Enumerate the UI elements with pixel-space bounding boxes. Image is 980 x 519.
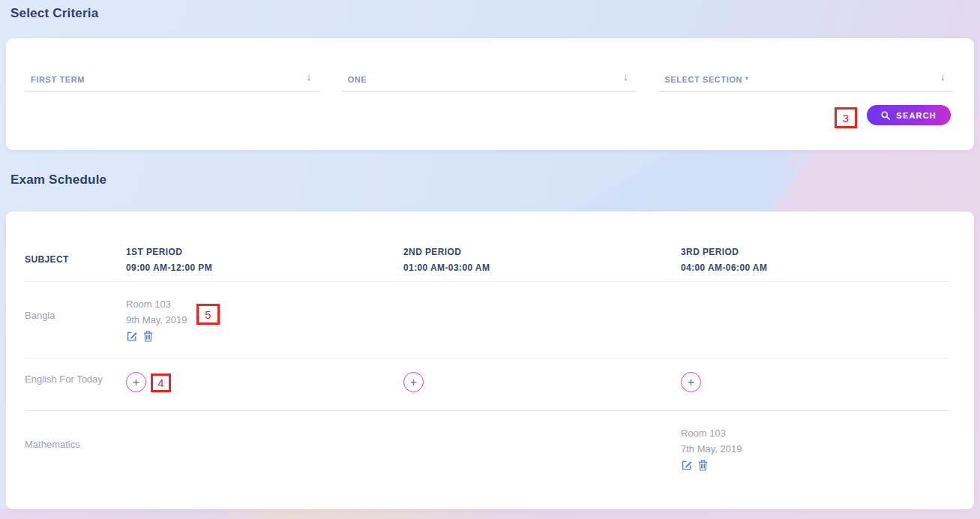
class-select-value: ONE bbox=[348, 75, 367, 84]
annotation-box-3: 3 bbox=[835, 107, 857, 128]
subject-label: English For Today bbox=[25, 358, 126, 410]
criteria-fields-row: FIRST TERM ↓ ONE ↓ SELECT SECTION * ↓ bbox=[25, 72, 953, 92]
subject-label: Mathematics bbox=[25, 411, 126, 509]
date-label: 9th May, 2019 bbox=[126, 312, 403, 328]
section-select[interactable]: SELECT SECTION * ↓ bbox=[658, 72, 953, 92]
period-name: 3RD PERIOD bbox=[681, 244, 949, 260]
exam-entry-cell: Room 103 7th May, 2019 bbox=[681, 411, 949, 509]
chevron-down-icon: ↓ bbox=[306, 70, 312, 82]
criteria-actions: SEARCH bbox=[867, 105, 951, 125]
exam-schedule-card: SUBJECT 1ST PERIOD 09:00 AM-12:00 PM 2ND… bbox=[6, 212, 974, 509]
room-label: Room 103 bbox=[126, 296, 403, 312]
section-select-placeholder: SELECT SECTION * bbox=[664, 75, 748, 84]
entry-actions bbox=[681, 459, 949, 471]
add-exam-button[interactable]: + bbox=[126, 372, 146, 392]
period-time: 01:00 AM-03:00 AM bbox=[403, 260, 681, 276]
background-bottom-strip bbox=[0, 508, 980, 519]
subject-label: Bangla bbox=[25, 282, 126, 358]
table-row-mathematics: Mathematics Room 103 7th May, 2019 bbox=[25, 410, 949, 509]
class-select[interactable]: ONE ↓ bbox=[342, 72, 637, 92]
empty-cell bbox=[126, 411, 403, 509]
chevron-down-icon: ↓ bbox=[940, 70, 946, 82]
period-3-column-header: 3RD PERIOD 04:00 AM-06:00 AM bbox=[681, 212, 949, 281]
period-time: 04:00 AM-06:00 AM bbox=[681, 260, 949, 276]
entry-actions bbox=[126, 330, 403, 342]
term-select-value: FIRST TERM bbox=[31, 75, 85, 84]
add-exam-cell: + bbox=[681, 358, 949, 410]
empty-cell bbox=[403, 411, 681, 509]
page-background: Select Criteria FIRST TERM ↓ ONE ↓ SELEC… bbox=[0, 0, 980, 519]
table-row-bangla: Bangla Room 103 9th May, 2019 bbox=[25, 281, 949, 358]
delete-icon[interactable] bbox=[143, 331, 153, 342]
empty-cell bbox=[403, 282, 681, 358]
annotation-box-4: 4 bbox=[151, 374, 171, 392]
period-name: 2ND PERIOD bbox=[403, 244, 681, 260]
add-exam-button[interactable]: + bbox=[403, 372, 424, 392]
search-button-label: SEARCH bbox=[896, 111, 937, 120]
exam-entry-cell: Room 103 9th May, 2019 bbox=[126, 282, 403, 358]
chevron-down-icon: ↓ bbox=[623, 70, 629, 82]
edit-icon[interactable] bbox=[681, 459, 693, 471]
add-exam-cell: + bbox=[403, 358, 681, 410]
room-label: Room 103 bbox=[681, 425, 949, 441]
subject-column-header: SUBJECT bbox=[25, 212, 126, 281]
exam-schedule-table: SUBJECT 1ST PERIOD 09:00 AM-12:00 PM 2ND… bbox=[25, 212, 949, 509]
exam-schedule-title: Exam Schedule bbox=[10, 172, 106, 188]
delete-icon[interactable] bbox=[698, 460, 708, 471]
term-select[interactable]: FIRST TERM ↓ bbox=[25, 72, 319, 92]
edit-icon[interactable] bbox=[126, 330, 138, 342]
date-label: 7th May, 2019 bbox=[681, 441, 949, 457]
period-name: 1ST PERIOD bbox=[126, 244, 403, 260]
empty-cell bbox=[681, 282, 949, 358]
period-1-column-header: 1ST PERIOD 09:00 AM-12:00 PM bbox=[126, 212, 403, 281]
select-criteria-card: FIRST TERM ↓ ONE ↓ SELECT SECTION * ↓ bbox=[6, 38, 974, 150]
search-button[interactable]: SEARCH bbox=[867, 105, 951, 125]
select-criteria-title: Select Criteria bbox=[10, 6, 98, 21]
period-time: 09:00 AM-12:00 PM bbox=[126, 260, 403, 276]
annotation-box-5: 5 bbox=[196, 304, 220, 325]
add-exam-button[interactable]: + bbox=[681, 372, 701, 392]
period-2-column-header: 2ND PERIOD 01:00 AM-03:00 AM bbox=[403, 212, 681, 281]
search-icon bbox=[881, 111, 890, 120]
table-header-row: SUBJECT 1ST PERIOD 09:00 AM-12:00 PM 2ND… bbox=[25, 212, 949, 281]
